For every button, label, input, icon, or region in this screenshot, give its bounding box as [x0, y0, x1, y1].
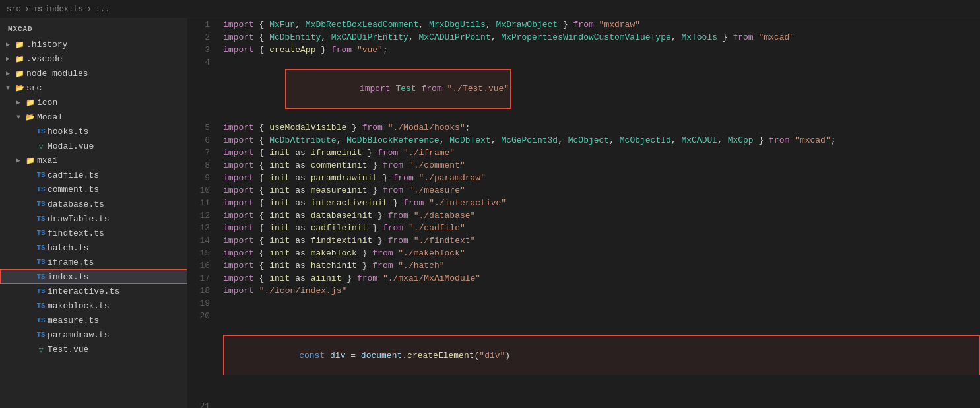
table-row: 7 import { init as iframeinit } from "./… [187, 147, 980, 159]
ts-icon: TS [34, 302, 48, 310]
ts-icon: TS [34, 229, 48, 237]
sidebar-item-hatch-ts[interactable]: TS hatch.ts [0, 240, 187, 255]
folder-icon: 📁 [24, 156, 37, 165]
breadcrumb-ellipsis: ... [96, 5, 110, 14]
sidebar-item-drawtable-ts[interactable]: TS drawTable.ts [0, 211, 187, 226]
line-number: 11 [187, 197, 220, 209]
ts-icon: TS [34, 215, 48, 222]
breadcrumb-src: src [7, 5, 21, 14]
sidebar-label: interactive.ts [48, 287, 187, 296]
sidebar-title: MXCAD [0, 21, 187, 37]
table-row: 1 import { MxFun, MxDbRectBoxLeadComment… [187, 18, 980, 31]
sidebar-label: findtext.ts [48, 228, 187, 238]
sidebar-item-history[interactable]: ▶ 📁 .history [0, 37, 187, 51]
sidebar-label: Modal [37, 112, 187, 122]
line-code: import Test from "./Test.vue" [220, 56, 980, 121]
sidebar-item-iframe-ts[interactable]: TS iframe.ts [0, 255, 187, 269]
line-number: 15 [187, 247, 220, 259]
line-code: import { createApp } from "vue"; [220, 44, 980, 56]
table-row: 12 import { init as databaseinit } from … [187, 209, 980, 222]
line-code: import { McDbAttribute, McDbBlockReferen… [220, 134, 980, 147]
line-number: 16 [187, 259, 220, 272]
folder-icon: 📂 [24, 113, 37, 121]
table-row: 5 import { useModalVisible } from "./Mod… [187, 121, 980, 134]
line-code: import { useModalVisible } from "./Modal… [220, 121, 980, 134]
line-number: 12 [187, 209, 220, 222]
sidebar-item-cadfile-ts[interactable]: TS cadfile.ts [0, 168, 187, 182]
sidebar-item-measure-ts[interactable]: TS measure.ts [0, 313, 187, 327]
line-code: import { init as hatchinit } from "./hat… [220, 259, 980, 272]
table-row: 21 document.body.appendChild(div) [187, 400, 980, 408]
line-number: 6 [187, 134, 220, 147]
line-code: import "./icon/index.js" [220, 285, 980, 297]
ts-icon: TS [34, 287, 48, 295]
line-number: 10 [187, 184, 220, 197]
line-number: 8 [187, 159, 220, 172]
sidebar-item-modal[interactable]: ▼ 📂 Modal [0, 110, 187, 124]
table-row: 20 const div = document.createElement("d… [187, 310, 980, 400]
main-layout: MXCAD ▶ 📁 .history ▶ 📁 .vscode ▶ 📁 node_… [0, 18, 980, 408]
sidebar-label: index.ts [48, 272, 187, 282]
sidebar-item-index-ts[interactable]: TS index.ts [0, 269, 187, 284]
sidebar-item-node-modules[interactable]: ▶ 📁 node_modules [0, 66, 187, 81]
sidebar-item-vscode[interactable]: ▶ 📁 .vscode [0, 51, 187, 66]
sidebar-item-icon[interactable]: ▶ 📁 icon [0, 95, 187, 110]
line-number: 7 [187, 147, 220, 159]
ts-icon: TS [34, 273, 48, 281]
sidebar-item-src[interactable]: ▼ 📂 src [0, 81, 187, 95]
sidebar-item-interactive-ts[interactable]: TS interactive.ts [0, 284, 187, 298]
line-number: 20 [187, 310, 220, 400]
line-code: import { init as databaseinit } from "./… [220, 209, 980, 222]
arrow-icon: ▼ [3, 85, 13, 92]
line-number: 1 [187, 18, 220, 31]
sidebar-label: .vscode [26, 54, 187, 64]
line-code: import { init as interactiveinit } from … [220, 197, 980, 209]
table-row: 3 import { createApp } from "vue"; [187, 44, 980, 56]
ts-icon: TS [34, 171, 48, 179]
ts-icon: TS [34, 244, 48, 252]
sidebar-item-mxai[interactable]: ▶ 📁 mxai [0, 153, 187, 168]
line-code: import { init as commentinit } from "./c… [220, 159, 980, 172]
folder-icon: 📁 [13, 55, 26, 63]
line-number: 14 [187, 234, 220, 247]
breadcrumb-ts-icon: TS [34, 5, 42, 13]
table-row: 8 import { init as commentinit } from ".… [187, 159, 980, 172]
sidebar-label: drawTable.ts [48, 214, 187, 224]
line-code: import { init as makeblock } from "./mak… [220, 247, 980, 259]
sidebar-item-comment-ts[interactable]: TS comment.ts [0, 182, 187, 197]
sidebar-label: cadfile.ts [48, 170, 187, 180]
arrow-icon: ▼ [13, 114, 24, 121]
sidebar-label: mxai [37, 156, 187, 166]
sidebar-item-makeblock-ts[interactable]: TS makeblock.ts [0, 298, 187, 313]
sidebar-label: Modal.vue [48, 141, 187, 151]
line-code: import { init as paramdrawinit } from ".… [220, 172, 980, 184]
table-row: 13 import { init as cadfileinit } from "… [187, 222, 980, 234]
sidebar-item-findtext-ts[interactable]: TS findtext.ts [0, 226, 187, 240]
sidebar-item-database-ts[interactable]: TS database.ts [0, 197, 187, 211]
vue-icon: ▽ [34, 345, 48, 354]
line-number: 19 [187, 297, 220, 310]
breadcrumb-file: index.ts [45, 5, 83, 14]
ts-icon: TS [34, 331, 48, 339]
table-row: 17 import { init as aiinit } from "./mxa… [187, 272, 980, 285]
folder-icon: 📁 [13, 69, 26, 78]
table-row: 16 import { init as hatchinit } from "./… [187, 259, 980, 272]
sidebar-item-modal-vue[interactable]: ▽ Modal.vue [0, 139, 187, 153]
ts-icon: TS [34, 316, 48, 324]
line-number: 5 [187, 121, 220, 134]
sidebar-label: node_modules [26, 69, 187, 79]
sidebar-item-hooks-ts[interactable]: TS hooks.ts [0, 124, 187, 139]
table-row: 10 import { init as measureinit } from "… [187, 184, 980, 197]
table-row: 14 import { init as findtextinit } from … [187, 234, 980, 247]
folder-icon: 📂 [13, 84, 26, 92]
breadcrumb-bar: src › TS index.ts › ... [0, 0, 980, 18]
file-explorer: MXCAD ▶ 📁 .history ▶ 📁 .vscode ▶ 📁 node_… [0, 18, 187, 408]
line-number: 2 [187, 31, 220, 44]
vue-icon: ▽ [34, 142, 48, 151]
arrow-icon: ▶ [13, 156, 24, 164]
sidebar-label: icon [37, 98, 187, 108]
sidebar-item-paramdraw-ts[interactable]: TS paramdraw.ts [0, 327, 187, 342]
sidebar-item-test-vue[interactable]: ▽ Test.vue [0, 342, 187, 357]
line-code: document.body.appendChild(div) [220, 400, 980, 408]
table-row: 4 import Test from "./Test.vue" [187, 56, 980, 121]
